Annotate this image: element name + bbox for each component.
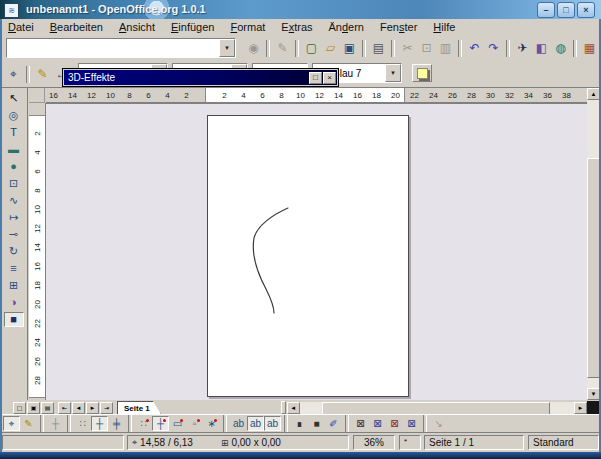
status-page-panel[interactable]: Seite 1 / 1 xyxy=(424,435,524,450)
grid-to-front-icon[interactable]: ∷ xyxy=(135,416,152,431)
menu-item-extras[interactable]: Extras xyxy=(273,20,320,34)
vertical-ruler[interactable]: 246810121416182022242628 xyxy=(29,104,45,400)
text-icon[interactable]: T xyxy=(4,125,24,140)
rotate-icon[interactable]: ↻ xyxy=(4,244,24,259)
previous-page-button[interactable]: ◄ xyxy=(72,402,85,414)
cursor-position: 14,58 / 6,13 xyxy=(140,437,193,448)
select-text-area-icon[interactable]: ab xyxy=(247,416,264,431)
status-position-size-panel[interactable]: ⌖ 14,58 / 6,13 ⊞ 0,00 x 0,00 xyxy=(127,435,349,450)
scroll-left-button[interactable]: ◄ xyxy=(287,402,300,414)
select-icon[interactable]: ↖ xyxy=(4,91,24,106)
page-view-button[interactable]: ▢ xyxy=(13,402,26,414)
undo-icon[interactable]: ↶ xyxy=(465,39,484,57)
open-icon[interactable]: ▱ xyxy=(321,39,340,57)
ellipse-icon[interactable]: ● xyxy=(4,159,24,174)
large-handles-icon[interactable]: ■ xyxy=(308,416,325,431)
snap-to-object-border-icon[interactable]: ▫ xyxy=(186,416,203,431)
lines-arrows-icon[interactable]: ↦ xyxy=(4,210,24,225)
ruler-number: 12 xyxy=(29,221,45,237)
new-document-icon[interactable]: ▢ xyxy=(302,39,321,57)
dropdown-arrow-icon[interactable]: ▼ xyxy=(385,64,401,82)
zoom-icon[interactable]: ◎ xyxy=(4,108,24,123)
print-icon[interactable]: ▤ xyxy=(369,39,388,57)
first-page-button[interactable]: ⇤ xyxy=(58,402,71,414)
pen-icon[interactable]: ✎ xyxy=(33,65,52,83)
alignment-icon[interactable]: ≡ xyxy=(4,261,24,276)
handles-variant-4-icon[interactable]: ⊠ xyxy=(403,416,420,431)
connector-icon[interactable]: ⊸ xyxy=(4,227,24,242)
menu-item-datei[interactable]: Datei xyxy=(0,20,42,34)
modify-with-attributes-icon[interactable]: ✐ xyxy=(325,416,342,431)
horizontal-ruler[interactable]: 1614121086422468101214161820222426283032… xyxy=(46,88,587,103)
menu-item-einfügen[interactable]: Einfügen xyxy=(163,20,222,34)
snap-to-page-margins-icon[interactable]: ▭ xyxy=(169,416,186,431)
menu-item-format[interactable]: Format xyxy=(222,20,273,34)
separator xyxy=(40,415,44,432)
tab-seite-1[interactable]: Seite 1 xyxy=(117,401,161,414)
drawing-page[interactable] xyxy=(207,115,409,397)
maximize-button[interactable]: □ xyxy=(557,2,575,18)
close-button[interactable]: × xyxy=(577,2,595,18)
dialog-title-bar[interactable]: 3D-Effekte □× xyxy=(64,70,337,85)
freehand-curve[interactable] xyxy=(253,208,288,313)
edit-points-icon[interactable]: ⌖ xyxy=(4,65,23,83)
last-page-button[interactable]: ⇥ xyxy=(100,402,113,414)
rectangle-icon[interactable]: ▬ xyxy=(4,142,24,157)
status-style-panel[interactable]: Standard xyxy=(528,435,599,450)
redo-icon[interactable]: ↷ xyxy=(484,39,503,57)
dropdown-arrow-icon[interactable]: ▼ xyxy=(219,39,235,57)
separator xyxy=(362,40,366,57)
helplines-while-moving-icon[interactable]: ┼ xyxy=(47,416,64,431)
url-combo[interactable]: ▼ xyxy=(6,38,236,58)
restore-button[interactable]: □ xyxy=(309,72,322,84)
next-page-button[interactable]: ► xyxy=(86,402,99,414)
arrange-icon[interactable]: ⊞ xyxy=(4,278,24,293)
horizontal-scrollbar[interactable]: ◄ ► xyxy=(287,402,601,414)
ruler-number: 10 xyxy=(101,91,120,100)
menu-item-hilfe[interactable]: Hilfe xyxy=(425,20,463,34)
title-bar[interactable]: ≋ unbenannt1 - OpenOffice.org 1.0.1 –□× xyxy=(0,0,601,19)
layer-view-button[interactable]: ▤ xyxy=(41,402,54,414)
minimize-button[interactable]: – xyxy=(537,2,555,18)
handles-variant-2-icon[interactable]: ⊠ xyxy=(369,416,386,431)
grid-visible-icon[interactable]: ∷ xyxy=(74,416,91,431)
snap-to-object-points-icon[interactable]: ∗ xyxy=(203,416,220,431)
handles-variant-3-icon[interactable]: ⊠ xyxy=(386,416,403,431)
master-view-button[interactable]: ▣ xyxy=(27,402,40,414)
app-icon[interactable]: ≋ xyxy=(4,3,19,18)
page-bar: ▢▣▤ ⇤◄►⇥ Seite 1 ◄ ► xyxy=(0,401,601,414)
curve-icon[interactable]: ∿ xyxy=(4,193,24,208)
ruler-number: 2 xyxy=(215,91,234,100)
ruler-number: 20 xyxy=(29,297,45,313)
snap-to-grid-icon[interactable]: ┼ xyxy=(91,416,108,431)
scroll-right-button[interactable]: ► xyxy=(574,402,587,414)
menu-item-ansicht[interactable]: Ansicht xyxy=(111,20,163,34)
menu-item-bearbeiten[interactable]: Bearbeiten xyxy=(42,20,111,34)
handles-variant-1-icon[interactable]: ⊠ xyxy=(352,416,369,431)
3d-effects-dialog[interactable]: 3D-Effekte □× xyxy=(62,68,339,87)
scrollbar-splitter[interactable] xyxy=(281,401,286,414)
hyperlink-icon[interactable]: ◍ xyxy=(551,39,570,57)
navigator-icon[interactable]: ✈ xyxy=(513,39,532,57)
controller-3d-icon[interactable]: ■ xyxy=(4,312,24,327)
gallery-icon[interactable]: ▦ xyxy=(580,39,599,57)
double-click-edit-icon[interactable]: ab xyxy=(264,416,281,431)
stylist-icon[interactable]: ◧ xyxy=(532,39,551,57)
menu-item-ändern[interactable]: Ändern xyxy=(321,20,373,34)
menu-item-fenster[interactable]: Fenster xyxy=(372,20,425,34)
simple-handles-icon[interactable]: ∎ xyxy=(291,416,308,431)
drawing-canvas[interactable] xyxy=(45,103,587,400)
status-zoom-panel[interactable]: 36% xyxy=(353,435,395,450)
effects-icon[interactable]: ◑ xyxy=(4,295,24,310)
save-icon[interactable]: ▣ xyxy=(340,39,359,57)
ruler-number: 18 xyxy=(29,278,45,294)
stop-icon: ◉ xyxy=(244,39,263,57)
rotation-mode-icon[interactable]: ✎ xyxy=(20,416,37,431)
snap-to-snap-lines-icon[interactable]: ┼ xyxy=(152,416,169,431)
edit-points-icon[interactable]: ⌖ xyxy=(3,416,20,431)
snap-lines-visible-icon[interactable]: ╪ xyxy=(108,416,125,431)
quick-edit-icon[interactable]: ab xyxy=(230,416,247,431)
close-button[interactable]: × xyxy=(323,72,336,84)
shadow-toggle-button[interactable] xyxy=(412,64,432,82)
objects-3d-icon[interactable]: ⊡ xyxy=(4,176,24,191)
